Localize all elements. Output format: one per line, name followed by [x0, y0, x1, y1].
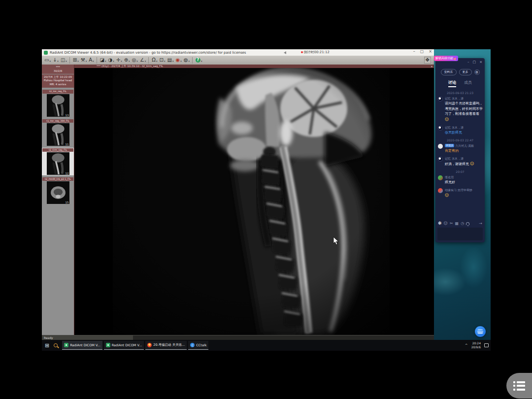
- avatar[interactable]: [438, 144, 443, 149]
- chat-minimize-button[interactable]: –: [467, 60, 469, 64]
- chat-window: 解锁高级功能 – ▢ × 资料库 更多 ⚙ 讨论 成员 2020-09-03 2…: [435, 58, 485, 242]
- start-button[interactable]: ⊞: [45, 342, 49, 349]
- toolbar-separator: [148, 57, 149, 64]
- tab-members[interactable]: 成员: [464, 80, 472, 87]
- layout-button[interactable]: ⊞: [72, 57, 79, 64]
- series-count: MR: 4 series: [42, 83, 73, 87]
- thumbnail-image: 11: [47, 123, 69, 146]
- toolbar-separator: [97, 57, 97, 64]
- study-info: 20/7/4 上午 10:22:09 Pizhou Hospital head …: [42, 74, 74, 88]
- status-text: Ready: [42, 335, 133, 340]
- tools-button[interactable]: ⚒: [80, 57, 87, 64]
- notification-center-icon[interactable]: [484, 343, 489, 347]
- window-title: RadiAnt DICOM Viewer 4.6.5 (64-bit) - ev…: [50, 51, 246, 55]
- avatar[interactable]: [438, 126, 443, 131]
- avatar[interactable]: [438, 188, 443, 193]
- recording-countdown: 倒计时00:21:12: [301, 50, 330, 55]
- chat-input-area[interactable]: [437, 228, 483, 240]
- roi-button[interactable]: ◎: [131, 57, 138, 64]
- viewport-title: *** (61y) - 20/7/4 上午 10:39:10 - t2_tirm…: [97, 65, 163, 67]
- volume-3d-button[interactable]: ◉: [174, 57, 182, 64]
- study-datetime: 20/7/4 上午 10:22:09: [42, 75, 73, 79]
- search-icon[interactable]: [54, 343, 58, 347]
- bell-icon[interactable]: [466, 222, 469, 225]
- cine-button[interactable]: ◍: [183, 57, 190, 64]
- light-button[interactable]: Ω: [151, 57, 158, 64]
- chat-message: 记忆 水木，涛 @天阶师兄: [437, 126, 483, 135]
- tray-expand-icon[interactable]: ^: [465, 343, 468, 347]
- thumbnail-image: 12: [47, 152, 69, 175]
- taskbar-app-radiant-1[interactable]: RadiAnt DICOM V...: [62, 341, 102, 350]
- taskbar-app-cctalk[interactable]: C CCtalk: [188, 341, 208, 350]
- help-button[interactable]: ?: [195, 57, 203, 64]
- toolbar-separator: [192, 57, 193, 64]
- emoji-icon[interactable]: ☺: [444, 221, 448, 226]
- cctalk-app-icon: C: [190, 343, 195, 347]
- toolbar-separator: [69, 57, 70, 64]
- thumbnail-image: 13: [47, 94, 69, 117]
- admin-badge: 管理员: [445, 144, 454, 147]
- pan-button[interactable]: ✛: [115, 57, 123, 64]
- series-thumbnail[interactable]: t2_tse_sag_FIL 13: [42, 89, 74, 117]
- annotation-button[interactable]: A: [88, 57, 94, 64]
- chat-timestamp: 20:07: [437, 170, 483, 173]
- thumbnail-image: 15: [47, 181, 69, 204]
- print-button[interactable]: ▤: [166, 57, 174, 64]
- smiley-emoji: ☺: [470, 162, 474, 166]
- more-button[interactable]: 更多: [459, 69, 472, 75]
- chat-message: 懂途用 师兄好: [437, 175, 483, 185]
- chat-message: 记忆 水木，涛 好滴，谢谢师兄 ☺: [437, 157, 483, 167]
- image-icon[interactable]: ▦: [455, 221, 459, 226]
- chat-close-button[interactable]: ×: [479, 60, 482, 64]
- maximize-button[interactable]: ▢: [420, 49, 424, 54]
- speaker-icon: [284, 51, 286, 54]
- series-thumbnail[interactable]: t2_medd_tra_p2-1_FIL 15: [42, 177, 74, 204]
- study-desc: Pizhou Hospital head: [42, 79, 73, 83]
- gear-icon[interactable]: ⚙: [474, 69, 480, 75]
- radiant-app-icon: [106, 343, 110, 347]
- list-menu-fab[interactable]: [506, 373, 532, 399]
- radiant-toolbar: ▭ ↓ ◫ ⊞ ⚒ A ◪ ◑ ✛ ⊕ ◎ ∠ Ω ⊡ ▤ ◉ ◍: [42, 56, 434, 65]
- import-button[interactable]: ↓: [52, 57, 59, 64]
- chat-toolbar: ✻ ☺ ✂ ▦ ◷ →: [435, 221, 485, 226]
- taskbar-app-radiant-2[interactable]: RadiAnt DICOM V...: [104, 341, 144, 350]
- list-icon: [513, 381, 525, 391]
- display-button[interactable]: ⊡: [159, 57, 166, 64]
- avatar[interactable]: [438, 97, 443, 101]
- windowing-button[interactable]: ◪: [99, 57, 107, 64]
- mouse-cursor: [333, 236, 339, 245]
- brightness-button[interactable]: ◑: [107, 57, 115, 64]
- system-tray: ^ 20:24 20/9/6: [465, 341, 489, 349]
- chat-maximize-button[interactable]: ▢: [473, 60, 476, 64]
- open-folder-button[interactable]: ▭: [43, 57, 51, 64]
- mention-link[interactable]: @天阶师兄: [445, 131, 462, 134]
- radiant-titlebar: RadiAnt DICOM Viewer 4.6.5 (64-bit) - ev…: [42, 49, 434, 56]
- save-button[interactable]: ◫: [60, 57, 67, 64]
- panel-dots: ***: [42, 65, 74, 69]
- tray-clock[interactable]: 20:24 20/9/6: [471, 341, 481, 349]
- scissors-icon[interactable]: ✂: [450, 221, 453, 226]
- close-button[interactable]: ×: [429, 49, 432, 54]
- taskbar-app-course[interactable]: 20.考编启动 天天练...: [145, 341, 187, 350]
- floating-chat-bubble[interactable]: [475, 326, 486, 337]
- status-bar: Ready: [42, 335, 434, 340]
- viewport[interactable]: *** (61y) - 20/7/4 上午 10:39:10 - t2_tirm…: [74, 65, 434, 335]
- history-icon[interactable]: ◷: [461, 221, 464, 226]
- angle-button[interactable]: ∠: [139, 57, 146, 64]
- library-button[interactable]: 资料库: [441, 69, 457, 75]
- chat-message-list[interactable]: 2020-09-03 21:23 记忆 水木，涛 请问这个月还有直播吗，考完执医…: [435, 89, 485, 217]
- send-icon[interactable]: →: [479, 221, 482, 226]
- avatar[interactable]: [438, 157, 443, 162]
- avatar[interactable]: [438, 175, 443, 180]
- fullscreen-expand-button[interactable]: ✥: [424, 57, 431, 64]
- series-thumbnail[interactable]: t1_tse_sag_384_FIL 11: [42, 119, 74, 146]
- zoom-button[interactable]: ⊕: [123, 57, 131, 64]
- series-thumbnail-selected[interactable]: t2_tirm_sag_FIL 12: [42, 148, 74, 175]
- radiant-window: RadiAnt DICOM Viewer 4.6.5 (64-bit) - ev…: [42, 49, 434, 340]
- viewport-close-icon[interactable]: ×: [431, 65, 433, 68]
- tab-discussion[interactable]: 讨论: [448, 80, 456, 87]
- patient-id: 30/2/8: [42, 69, 74, 73]
- premium-badge[interactable]: 解锁高级功能: [434, 56, 458, 61]
- gift-icon[interactable]: ✻: [438, 221, 442, 226]
- minimize-button[interactable]: –: [413, 49, 415, 54]
